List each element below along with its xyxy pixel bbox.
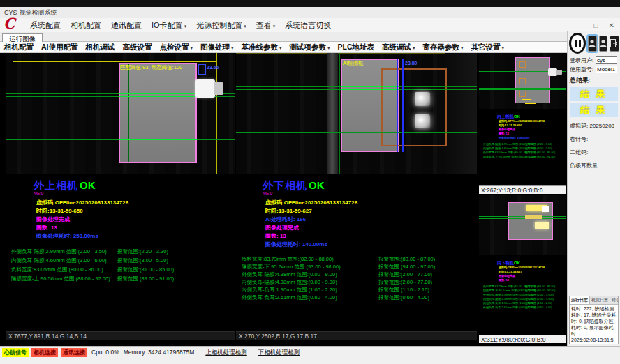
log-panel: 运行日志 视觉日志 错误日志 耗时: 222, 缺陷检测耗时: 17, 缺陷分类… <box>569 296 619 344</box>
measurement-row: 内侧负耳-隔膜:4.60mm 范围:(3.00 - 6.00) 报警范围:(3.… <box>11 256 235 265</box>
close-button[interactable]: ✕ <box>609 22 614 29</box>
alarm-range: 报警范围:(81.00 - 85.00) <box>117 265 174 274</box>
measurement-value: 外侧负耳-负耳:2.61mm 范围:(0.60 - 4.00) <box>242 294 378 301</box>
toolbar-item[interactable]: 高级调试▾ <box>382 43 415 52</box>
result-text-area: 外下相机OK NG:0 虚拟码:OFFline20250208133134728… <box>236 176 477 301</box>
measurement-value: 外侧负耳-隔膜:2.99mm 范围:(2.00 - 3.50) <box>11 247 117 256</box>
pause-button[interactable] <box>569 33 586 54</box>
minimize-button[interactable]: — <box>577 22 584 29</box>
window-title: CYS-视觉检测系统 <box>0 7 620 18</box>
chevron-down-icon: ▾ <box>273 24 276 29</box>
green-scan-line <box>479 89 566 90</box>
menu-item[interactable]: 查看▾ <box>251 19 281 32</box>
alarm-range: 报警范围:(83.00 - 87.00) <box>378 255 435 263</box>
total-result-label: 总结果: <box>570 76 620 85</box>
ai-roi-rect <box>381 68 447 146</box>
ai-time-line: AI处理耗时: 166 <box>265 215 477 224</box>
barcode-line: 虚拟码:OFFline20250208133134728 <box>265 199 477 207</box>
measurement-row: 外侧负耳-负耳:2.61mm 范围:(0.60 - 4.00) 报警范围:(0.… <box>483 305 566 310</box>
cpu-usage: Cpu: 0.0% <box>91 348 119 356</box>
toolbar-item[interactable]: 相机配置 <box>4 43 34 52</box>
chevron-down-icon: ▾ <box>244 24 246 29</box>
toolbar-item[interactable]: 高级设置 <box>123 43 152 52</box>
window-controls: — □ ✕ <box>577 18 614 32</box>
camera-panel-lower: 23.80 AI检测框 外下相机OK NG:0 虚拟码:OFFline20250… <box>236 53 477 340</box>
menu-item[interactable]: 通讯配置 <box>106 19 147 32</box>
chevron-down-icon: ▾ <box>184 24 187 29</box>
camera-image-viewport-lower[interactable]: 23.80 AI检测框 <box>236 53 477 174</box>
toolbar-item[interactable]: PLC地址表 <box>338 43 375 52</box>
result-ok-label: OK <box>80 179 96 191</box>
exit-button[interactable] <box>610 36 619 52</box>
toolbar-item[interactable]: 点检设置▾ <box>160 43 193 52</box>
toolbar-item[interactable]: 寄存器参数▾ <box>423 43 464 52</box>
switch-user-button[interactable] <box>599 36 608 52</box>
alarm-range: 报警范围:(2.20 - 3.30) <box>117 247 168 256</box>
green-scan-line <box>479 216 566 217</box>
login-user-input[interactable] <box>596 56 617 64</box>
model-input[interactable] <box>596 66 617 73</box>
log-tab-vision[interactable]: 视觉日志 <box>590 296 610 304</box>
toolbar-item[interactable]: 图像处理▾ <box>200 43 234 52</box>
measurement-list: 外侧负耳-隔膜:2.99mm 范围:(2.00 - 3.50) 报警范围:(2.… <box>11 247 235 283</box>
upper-camera-process-link[interactable]: 上相机处理检测 <box>205 348 247 357</box>
login-user-button[interactable] <box>588 36 597 52</box>
info-row: 二维码: <box>570 149 620 156</box>
thumbnail-image <box>479 195 566 255</box>
tab-row: 运行图像 <box>0 32 567 42</box>
tab-connector-tip <box>214 82 223 95</box>
dark-structure <box>445 53 477 174</box>
toolbar-item[interactable]: 测试项参数▾ <box>290 43 330 52</box>
toolbar-item[interactable]: 基准线参数▾ <box>242 43 282 52</box>
sidebar-buttons <box>568 31 620 55</box>
pause-icon <box>575 40 577 47</box>
log-body[interactable]: 耗时: 222, 缺陷检测耗时: 17, 缺陷分类耗时: 0, 缺陷提取分区耗时… <box>570 305 618 344</box>
thumbnail-image <box>479 53 566 109</box>
green-edge-line <box>126 64 126 162</box>
menu-item[interactable]: 光源控制配置▾ <box>191 19 251 32</box>
measure-value-label: 23.80 <box>405 61 418 66</box>
toolbar-item[interactable]: 其它设置▾ <box>471 43 505 52</box>
menu-item[interactable]: 相机配置 <box>66 19 106 32</box>
turns-line: 圈数: 13 <box>36 224 235 232</box>
log-tab-error[interactable]: 错误日志 <box>610 296 619 304</box>
lower-camera-process-link[interactable]: 下相机处理检测 <box>258 348 300 357</box>
chevron-down-icon: ▾ <box>327 45 330 50</box>
menu-item[interactable]: 系统语言切换 <box>280 19 336 32</box>
measurement-value: 隔膜宽度-下:95.24mm 范围:(93.00 - 98.00) <box>242 263 378 271</box>
green-guide-line <box>232 53 232 174</box>
log-tab-run[interactable]: 运行日志 <box>570 296 590 304</box>
toolbar-item[interactable]: 相机调试 <box>86 43 115 52</box>
time-line: 时间:13-31-59-650 <box>36 207 235 215</box>
toolbar-item[interactable]: AI使用配置 <box>41 43 78 52</box>
material-region <box>119 63 197 163</box>
yellow-guide-line <box>13 53 13 174</box>
thumbnail-camera-inner-upper[interactable]: 内上相机OK 虚拟码:OFFline20250208133134728 时间:1… <box>479 53 566 194</box>
measurement-row: 隔膜宽度-下:95.24mm 范围:(93.00 - 98.00) 报警范围:(… <box>242 263 477 271</box>
measurement-row: 隔膜宽度-上:90.56mm 范围:(88.00 - 92.00) 报警范围:(… <box>483 155 566 159</box>
thumbnail-camera-inner-lower[interactable]: 内下相机OK 虚拟码:OFFline20250208133134728 时间:1… <box>479 195 566 343</box>
pixel-coordinate-readout: X:311;Y:980;R:0;G:0;B:0 <box>479 335 566 343</box>
camera-image-viewport-upper[interactable]: 23.66 匹配阈值:93, 动态阈值:100 <box>6 53 235 174</box>
main-area: 23.66 匹配阈值:93, 动态阈值:100 外上相机OK NG:0 虚拟码:… <box>0 53 567 346</box>
measurement-value: 外侧负耳-负耳:2.61mm 范围:(0.60 - 4.00) <box>483 305 525 310</box>
green-scan-line <box>479 88 566 89</box>
info-row: 卷针号: <box>570 135 620 143</box>
top-dark-strip <box>0 0 620 7</box>
sidebar-info: 虚拟码: 20250208 卷针号: 二维码: 负极耳数量: <box>570 122 620 169</box>
menu-item[interactable]: 系统配置 <box>25 19 66 32</box>
annotation-mark <box>522 99 531 100</box>
measurement-value: 隔膜宽度-上:90.56mm 范围:(88.00 - 92.00) <box>483 155 525 159</box>
green-edge-line <box>128 64 129 162</box>
measurement-value: 负料宽度:83.05mm 范围:(80.00 - 86.00) <box>11 265 117 274</box>
log-line: 2025:02:08-13:31:59:650—cys—外上相机—图像处理耗时:… <box>571 337 617 344</box>
alarm-range: 报警范围:(3.00 - 5.00) <box>117 256 168 265</box>
menu-item[interactable]: IO卡配置▾ <box>147 19 191 32</box>
measurement-row: 负料宽度:83.73mm 范围:(82.00 - 88.00) 报警范围:(83… <box>242 255 477 263</box>
log-line: 耗时: 222, 缺陷检测耗时: 17, 缺陷分类耗时: 0, 缺陷提取分区耗时… <box>571 305 617 337</box>
blue-measure-line <box>402 59 404 152</box>
maximize-button[interactable]: □ <box>594 22 598 29</box>
turns-line: 圈数: 13 <box>499 278 566 282</box>
camera-title: 内上相机 <box>497 114 514 119</box>
proc-time-line: 图像处理耗时: 258.00ms <box>36 232 235 241</box>
